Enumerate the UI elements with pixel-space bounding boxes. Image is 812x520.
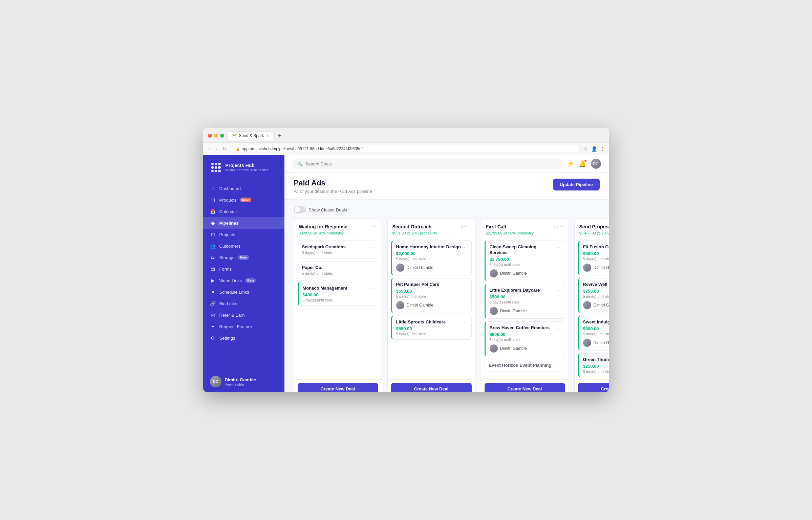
menu-icon[interactable]: ⋮ — [600, 146, 605, 152]
user-name: Dimitri Gamble — [225, 377, 256, 382]
profile-icon[interactable]: 👤 — [591, 146, 597, 152]
deal-menu-icon[interactable]: ··· — [556, 288, 561, 293]
create-new-deal-button-2[interactable]: Create New Deal — [391, 383, 472, 392]
col-cards-4: Fit Fusion Gym & Fitness ··· $500.00 5 d… — [575, 239, 609, 379]
lock-icon: 🔒 — [236, 147, 240, 151]
user-profile-footer[interactable]: DG Dimitri Gamble View profile — [203, 371, 284, 392]
notification-bell-icon[interactable]: 🔔 — [579, 160, 586, 167]
sidebar-item-customers[interactable]: 👥 Customers — [203, 240, 284, 252]
deal-name: Clean Sweep Cleaning Services — [490, 244, 556, 256]
sidebar-item-videolinks[interactable]: ▶ Video Links Beta — [203, 275, 284, 286]
maximize-dot[interactable] — [220, 134, 224, 138]
sidebar-item-biolinks[interactable]: 🔗 Bio Links — [203, 298, 284, 309]
assignee-avatar — [583, 301, 591, 309]
create-new-deal-button-3[interactable]: Create New Deal — [485, 383, 565, 392]
tab-close-icon[interactable]: ✕ — [266, 134, 269, 138]
deal-menu-icon[interactable]: ··· — [462, 282, 467, 287]
update-pipeline-button[interactable]: Update Pipeline — [553, 179, 600, 190]
deal-card[interactable]: Brew Haven Coffee Roasters ··· $900.00 5… — [485, 321, 565, 356]
create-new-deal-button-1[interactable]: Create New Deal — [298, 383, 378, 392]
search-wrap[interactable]: 🔍 — [293, 159, 562, 169]
deal-stale: 5 day(s) until stale. — [396, 294, 467, 298]
sidebar-item-settings[interactable]: ⚙ Settings — [203, 332, 284, 344]
sidebar-item-label: Refer & Earn — [219, 313, 245, 318]
search-input[interactable] — [305, 161, 558, 166]
col-cards-3: Clean Sweep Cleaning Services ··· $1,750… — [481, 239, 569, 379]
logo-dot — [218, 163, 220, 165]
deal-card[interactable]: Seedspark Creations ··· 5 day(s) until s… — [298, 241, 378, 258]
schedulelinks-icon: ✕ — [210, 289, 216, 295]
deal-card[interactable]: Green Thumb Landscaping ··· $250.00 5 da… — [578, 353, 609, 377]
assignee-avatar — [583, 339, 591, 347]
close-dot[interactable] — [208, 134, 212, 138]
col-footer-2: Create New Deal — [388, 379, 475, 392]
deal-amount: $1,750.00 — [490, 257, 561, 262]
sidebar-item-storage[interactable]: 🗂 Storage Beta — [203, 252, 284, 263]
sidebar-item-refer[interactable]: ◎ Refer & Earn — [203, 309, 284, 321]
deal-card[interactable]: Revive Well Holistic Clinic ··· $750.00 … — [578, 278, 609, 313]
info-icon-3[interactable]: ⓘ — [554, 224, 558, 229]
sidebar-item-products[interactable]: ◫ Products New! — [203, 194, 284, 206]
page-header-text: Paid Ads All of your deals in the Paid A… — [294, 179, 372, 194]
create-new-deal-button-4[interactable]: Create New Deal — [578, 383, 609, 392]
deal-card[interactable]: Little Explorers Daycare ··· $500.00 5 d… — [485, 284, 565, 319]
minimize-dot[interactable] — [214, 134, 218, 138]
browser-tab[interactable]: 🌱 Seed & Spark ✕ — [228, 131, 273, 140]
deal-card[interactable]: Clean Sweep Cleaning Services ··· $1,750… — [485, 241, 565, 281]
forward-button[interactable]: › — [214, 145, 218, 152]
sidebar-item-requestfeature[interactable]: ✦ Request Feature — [203, 321, 284, 332]
storage-badge: Beta — [238, 255, 249, 260]
deal-card[interactable]: Paper Co. ··· 5 day(s) until stale. — [298, 261, 378, 279]
column-send-proposal: Send Proposal ⓘ ··· $3,465.00 @ 70% prob… — [574, 219, 609, 392]
deal-menu-icon[interactable]: ··· — [556, 325, 561, 331]
deal-menu-icon[interactable]: ··· — [369, 286, 374, 291]
sidebar-item-schedulelinks[interactable]: ✕ Schedule Links — [203, 286, 284, 298]
new-tab-button[interactable]: + — [277, 133, 282, 139]
col-menu-2[interactable]: ··· — [465, 224, 470, 230]
page-subtitle: All of your deals in the Paid Ads pipeli… — [294, 189, 372, 194]
info-icon-2[interactable]: ⓘ — [461, 224, 465, 229]
deal-card[interactable]: Little Sprouts Childcare ··· $550.00 5 d… — [391, 316, 472, 340]
col-menu-1[interactable]: ··· — [371, 224, 377, 230]
deal-menu-icon[interactable]: ··· — [369, 244, 374, 250]
show-closed-toggle-row: Show Closed Deals — [294, 206, 600, 213]
deal-card[interactable]: Sweet Indulgence Bakery ··· $800.00 5 da… — [578, 316, 609, 351]
back-button[interactable]: ‹ — [207, 145, 212, 152]
deal-stale: 5 day(s) until stale. — [490, 300, 561, 304]
col-header-2: Second Outreach ⓘ ··· $851.00 @ 20% prob… — [388, 219, 475, 239]
deal-card[interactable]: Event Horizon Event Planning ··· — [485, 359, 565, 372]
sidebar-item-calendar[interactable]: 📅 Calendar — [203, 206, 284, 217]
deal-name: Monaco Management — [303, 286, 369, 291]
view-profile-link[interactable]: View profile — [225, 382, 256, 386]
col-menu-3[interactable]: ··· — [558, 224, 563, 230]
deal-menu-icon[interactable]: ··· — [556, 363, 561, 368]
address-bar[interactable]: 🔒 app.projectshub.io/pipelines/bc05121 8… — [231, 145, 581, 153]
deal-menu-icon[interactable]: ··· — [462, 319, 467, 325]
deal-amount: $250.00 — [583, 364, 609, 369]
sidebar-item-projects[interactable]: ⊡ Projects — [203, 229, 284, 240]
show-closed-toggle[interactable] — [294, 206, 306, 213]
deal-card[interactable]: Monaco Management ··· $400.00 5 day(s) u… — [298, 282, 378, 306]
col-title-2: Second Outreach — [392, 224, 460, 229]
assignee-name: Dimitri Gamble — [594, 340, 609, 345]
deal-amount: $750.00 — [583, 289, 609, 294]
refresh-button[interactable]: ↻ — [221, 145, 228, 152]
deal-menu-icon[interactable]: ··· — [462, 244, 467, 250]
app-container: Projects Hub Work Better Together ⌂ Dash… — [203, 155, 609, 392]
sidebar-item-pipelines[interactable]: ◈ Pipelines — [203, 217, 284, 229]
logo-subtitle: Work Better Together — [226, 168, 269, 172]
col-header-4: Send Proposal ⓘ ··· $3,465.00 @ 70% prob… — [575, 219, 609, 239]
deal-card[interactable]: Fit Fusion Gym & Fitness ··· $500.00 5 d… — [578, 241, 609, 275]
deal-amount: $500.00 — [490, 294, 561, 299]
deal-card[interactable]: Home Harmony Interior Design ··· $2,000.… — [391, 241, 472, 275]
sidebar-item-dashboard[interactable]: ⌂ Dashboard — [203, 183, 284, 194]
lightning-icon[interactable]: ⚡ — [567, 160, 574, 167]
sidebar-item-forms[interactable]: ▤ Forms — [203, 263, 284, 275]
deal-menu-icon[interactable]: ··· — [556, 244, 561, 250]
deal-menu-icon[interactable]: ··· — [369, 265, 374, 270]
user-info: Dimitri Gamble View profile — [225, 377, 256, 386]
bookmark-icon[interactable]: ☆ — [583, 146, 588, 152]
topbar-avatar[interactable]: DG — [591, 159, 601, 169]
deal-card[interactable]: Pet Pamper Pet Care ··· $550.00 5 day(s)… — [391, 278, 472, 313]
deal-assignee: Dimitri Gamble — [396, 301, 467, 309]
